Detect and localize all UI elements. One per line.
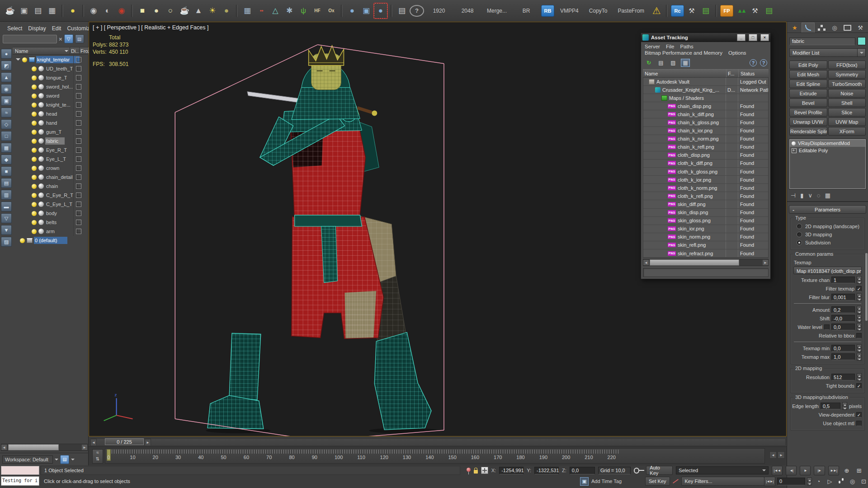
time-slider-right-arrow-icon[interactable]: ►	[145, 439, 151, 446]
radio-2d-mapping[interactable]: 2D mapping (landscape)	[792, 222, 863, 230]
tools-icon[interactable]: ⚒	[685, 4, 698, 18]
set-key-button[interactable]: Set Key	[645, 477, 670, 486]
track-bar[interactable]: ≈⇅ 0102030405060708090100110120130140150…	[89, 446, 787, 465]
modifier-button[interactable]: UVW Map	[828, 117, 866, 126]
render-teapot-icon[interactable]: ☕	[4, 4, 16, 18]
particle-array-icon[interactable]: ▦	[241, 4, 254, 18]
visibility-bulb-icon[interactable]	[32, 148, 37, 153]
y-coordinate-field[interactable]: -1322,531	[534, 467, 559, 474]
tight-bounds-checkbox[interactable]: ✓	[856, 383, 862, 389]
tools2-icon[interactable]: ⚒	[749, 4, 761, 18]
remove-modifier-icon[interactable]: ◌	[817, 192, 821, 199]
display-cube-icon[interactable]	[76, 120, 81, 126]
green-table-icon[interactable]: ▤	[699, 4, 712, 18]
skin_refl.png[interactable]: PNGskin_refl.png Found	[643, 241, 768, 249]
merge-button[interactable]: Merge...	[482, 4, 511, 18]
rb-button[interactable]: RB	[541, 5, 554, 17]
column-header-name[interactable]: Name	[13, 48, 70, 54]
chain_k_gloss.png[interactable]: PNGchain_k_gloss.png Found	[643, 118, 768, 127]
scene-object-row[interactable]: belts	[13, 218, 89, 227]
resolution-2048-button[interactable]: 2048	[454, 4, 481, 18]
display-cube-icon[interactable]	[76, 147, 81, 153]
show-end-result-icon[interactable]: ▮	[800, 192, 803, 199]
column-flags[interactable]: F...	[726, 70, 739, 77]
modifier-button[interactable]: Edit Mesh	[789, 70, 827, 79]
chain_k_norm.png[interactable]: PNGchain_k_norm.png Found	[643, 135, 768, 143]
dialog-titlebar[interactable]: Asset Tracking _ □ ×	[641, 33, 770, 42]
visibility-bulb-icon[interactable]	[32, 84, 37, 89]
help-icon[interactable]: ?	[410, 5, 424, 17]
edge-length-field[interactable]: 0,5	[821, 403, 840, 409]
asset-horizontal-scrollbar[interactable]: ◄ ►	[643, 259, 769, 266]
expand-plus-icon[interactable]	[792, 148, 797, 153]
sphere-tool-icon[interactable]: ●	[346, 4, 359, 18]
maxscript-mini-listener-pink[interactable]	[1, 466, 39, 475]
material-teapot-icon[interactable]: ☕	[178, 4, 191, 18]
search-input[interactable]	[3, 35, 57, 43]
display-cube-icon[interactable]	[76, 192, 81, 198]
pin-stack-icon[interactable]: ⊣	[791, 192, 796, 199]
spinner[interactable]	[857, 293, 862, 301]
visibility-bulb-icon[interactable]	[32, 157, 37, 162]
scene-object-row[interactable]: tongue_T	[13, 73, 89, 82]
modifier-button[interactable]: Edit Poly	[789, 61, 827, 69]
forest-icon[interactable]: ▲▲	[735, 4, 747, 18]
add-time-tag[interactable]: Add Time Tag	[591, 479, 622, 484]
hair-fur-icon[interactable]: HF	[311, 4, 324, 18]
walk-through-icon[interactable]	[836, 477, 846, 486]
viewport-label[interactable]: [ + ] [ Perspective ] [ Realistic + Edge…	[93, 24, 208, 31]
display-shapes-icon[interactable]: ▲	[1, 72, 12, 82]
video-camera-icon[interactable]: ◉	[115, 4, 128, 18]
visibility-bulb-icon[interactable]	[32, 130, 37, 135]
visibility-bulb-icon[interactable]	[32, 66, 37, 71]
cloth_k_norm.png[interactable]: PNGcloth_k_norm.png Found	[643, 184, 768, 192]
display-cube-icon[interactable]	[76, 66, 81, 71]
chain_k_refl.png[interactable]: PNGchain_k_refl.png Found	[643, 143, 768, 151]
display-cube-icon[interactable]	[76, 75, 81, 80]
tab-utilities[interactable]: ⚒	[854, 23, 867, 33]
water-level-checkbox[interactable]	[824, 324, 830, 330]
tab-display[interactable]	[841, 23, 854, 33]
relative-bbox-checkbox[interactable]	[856, 333, 862, 338]
filter-sets-icon[interactable]: ▤	[75, 34, 84, 43]
visibility-bulb-icon[interactable]	[32, 121, 37, 126]
modifier-bulb-icon[interactable]	[792, 141, 796, 145]
metaball-icon[interactable]: ●●	[255, 4, 268, 18]
track-bar-ruler[interactable]: 0102030405060708090100110120130140150160…	[105, 448, 765, 464]
tab-create[interactable]: ★	[788, 23, 801, 33]
noise-rock-icon[interactable]: ✱	[283, 4, 296, 18]
texmap-max-field[interactable]: 1,0	[831, 353, 855, 360]
display-materials-icon[interactable]: ▤	[1, 178, 12, 188]
scene-object-row-default-layer[interactable]: 0 (default)	[13, 236, 89, 245]
scene-object-row-root[interactable]: knight_templar	[13, 55, 89, 64]
cloth_k_refl.png[interactable]: PNGcloth_k_refl.png Found	[643, 192, 768, 200]
atd-menu-options[interactable]: Options	[728, 50, 746, 56]
modifier-button[interactable]: TurboSmooth	[828, 80, 866, 88]
atd-menu-file[interactable]: File	[666, 44, 675, 49]
visibility-bulb-icon[interactable]	[32, 175, 37, 180]
vmpp4-button[interactable]: VMPP4	[556, 4, 583, 18]
scene-object-row[interactable]: head	[13, 109, 89, 118]
skin_refract.png[interactable]: PNGskin_refract.png Found	[643, 249, 768, 258]
display-all-icon[interactable]: ●	[1, 49, 12, 59]
scene-object-row[interactable]: C_Eye_L_T	[13, 200, 89, 209]
auto-key-button[interactable]: Auto Key	[646, 466, 673, 475]
visibility-bulb-icon[interactable]	[32, 220, 37, 225]
context-help-icon[interactable]: ?	[760, 59, 767, 66]
display-cube-icon[interactable]	[76, 84, 81, 89]
visibility-bulb-icon[interactable]	[32, 75, 37, 80]
isolate-selection-pin-icon[interactable]	[467, 468, 471, 472]
absolute-mode-transform-icon[interactable]	[481, 467, 488, 474]
spinner[interactable]	[857, 373, 862, 381]
scrollbar-thumb[interactable]	[8, 444, 59, 450]
texmap-min-field[interactable]: 0,0	[831, 345, 855, 352]
tab-hierarchy[interactable]	[815, 23, 828, 33]
sort-list-icon[interactable]: ▬	[1, 202, 12, 211]
green-table2-icon[interactable]: ▤	[763, 4, 775, 18]
spinner[interactable]	[857, 314, 862, 322]
chain_disp.png[interactable]: PNGchain_disp.png Found	[643, 102, 768, 110]
edit-paths-icon[interactable]: ▨	[669, 59, 678, 67]
chain_k_ior.png[interactable]: PNGchain_k_ior.png Found	[643, 127, 768, 135]
sunlight-icon[interactable]: ☀	[206, 4, 219, 18]
scene-object-row[interactable]: arm	[13, 227, 89, 236]
